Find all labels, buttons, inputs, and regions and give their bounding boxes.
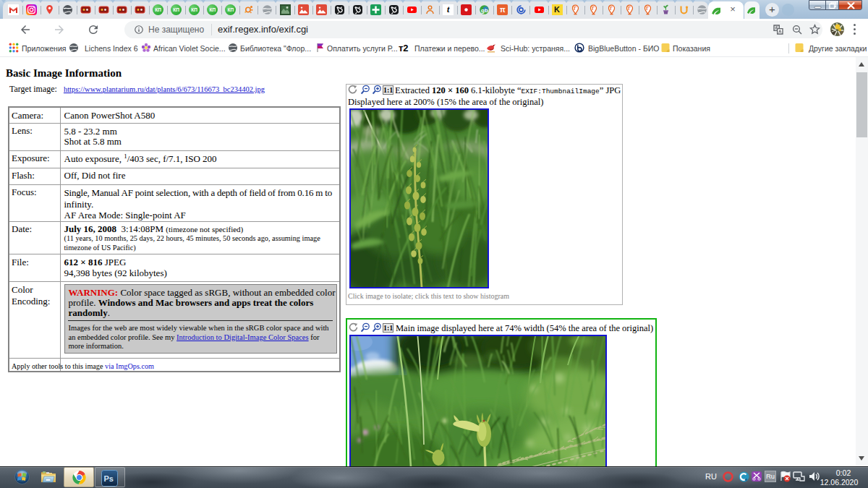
svg-text:Г: Г [592,6,595,11]
svg-text:gb: gb [481,7,488,14]
svg-text:Ps: Ps [104,474,114,483]
svg-text:Г: Г [646,6,649,11]
svg-text:Г: Г [628,6,631,11]
svg-text:Г: Г [610,6,613,11]
svg-text:Г: Г [574,6,576,11]
